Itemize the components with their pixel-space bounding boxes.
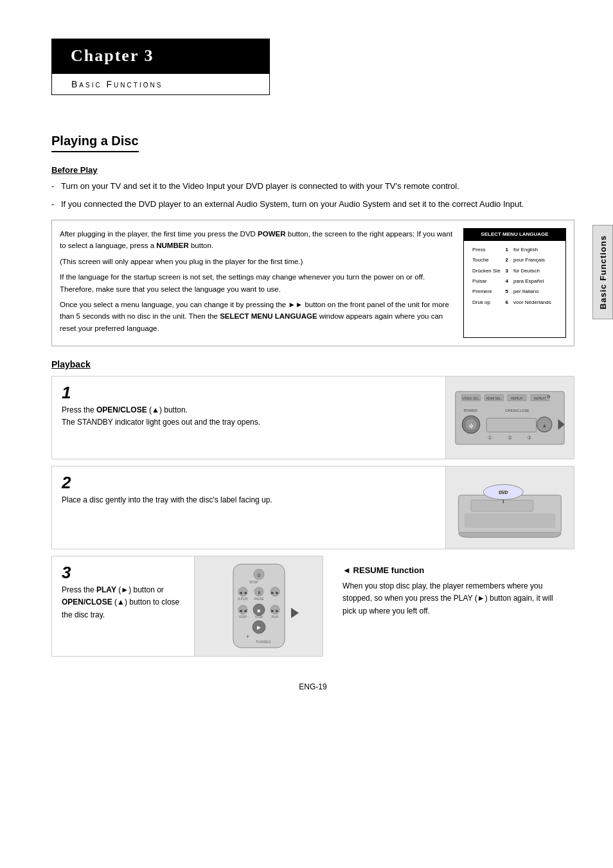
resume-box: ◄ RESUME function When you stop disc pla… xyxy=(336,556,574,663)
lang-row-3: Drücken Sie 3 für Deutsch xyxy=(470,267,553,276)
svg-text:►►: ►► xyxy=(271,608,280,613)
select-menu-body: Press 1 for English Touche 2 pour França… xyxy=(464,241,565,312)
side-tab-text: Basic Functions xyxy=(598,235,608,309)
svg-text:VIDEO SEL.: VIDEO SEL. xyxy=(463,397,480,400)
svg-text:STOP: STOP xyxy=(249,580,258,584)
svg-text:REPEAT: REPEAT xyxy=(511,397,523,400)
before-play-heading: Before Play xyxy=(51,165,574,175)
svg-text:POWER: POWER xyxy=(463,409,477,412)
chapter-title-box: Chapter 3 xyxy=(51,39,270,73)
select-menu-box: SELECT MENU LANGUAGE Press 1 for English… xyxy=(463,228,566,338)
svg-text:TV/VIDEO: TV/VIDEO xyxy=(256,640,271,644)
svg-text:DVD: DVD xyxy=(499,490,508,495)
svg-text:③: ③ xyxy=(527,435,531,441)
resume-title: ◄ RESUME function xyxy=(342,565,568,575)
chapter-header: Chapter 3 Basic Functions xyxy=(51,39,574,95)
before-play-section: Before Play Turn on your TV and set it t… xyxy=(51,165,574,210)
before-play-list: Turn on your TV and set it to the Video … xyxy=(51,180,574,210)
info-p3: If the language for the startup screen i… xyxy=(60,271,454,295)
svg-text:REPEAT: REPEAT xyxy=(534,397,546,400)
step-3-content: 3 Press the PLAY (►) button or OPEN/CLOS… xyxy=(52,556,194,656)
svg-text:PAUSE: PAUSE xyxy=(254,598,263,601)
disc-insert-svg: DVD xyxy=(452,475,567,540)
step-2-box: 2 Place a disc gently into the tray with… xyxy=(51,466,574,549)
svg-text:+: + xyxy=(246,633,249,640)
lang-row-6: Druk op 6 voor Nederlands xyxy=(470,298,553,307)
svg-text:▲: ▲ xyxy=(542,421,547,428)
info-box: After plugging in the player, the first … xyxy=(51,220,574,346)
step-1-content: 1 Press the OPEN/CLOSE (▲) button. The S… xyxy=(52,376,445,459)
chapter-title: Chapter 3 xyxy=(71,46,154,65)
svg-text:OPEN/CLOSE: OPEN/CLOSE xyxy=(505,409,529,412)
svg-rect-26 xyxy=(465,514,555,527)
before-play-item-1: Turn on your TV and set it to the Video … xyxy=(51,180,574,193)
info-p2: (This screen will only appear when you p… xyxy=(60,256,454,267)
step-1-image: VIDEO SEL. HDMI SEL. REPEAT REPEAT ⟳ POW… xyxy=(445,376,574,459)
page-container: Chapter 3 Basic Functions Playing a Disc… xyxy=(0,0,613,868)
before-play-item-2: If you connected the DVD player to an ex… xyxy=(51,198,574,211)
chapter-subtitle-box: Basic Functions xyxy=(51,73,270,95)
section-title: Playing a Disc xyxy=(51,134,139,152)
step-3-box: 3 Press the PLAY (►) button or OPEN/CLOS… xyxy=(51,556,323,657)
svg-rect-15 xyxy=(486,418,536,432)
svg-text:STOP: STOP xyxy=(239,616,247,619)
side-tab: Basic Functions xyxy=(592,225,613,319)
svg-text:②: ② xyxy=(508,435,512,441)
step-2-number: 2 xyxy=(62,474,436,491)
step-2-text: Place a disc gently into the tray with t… xyxy=(62,494,436,506)
lang-row-5: Premere 5 per Italiano xyxy=(470,287,553,296)
svg-rect-22 xyxy=(471,500,533,511)
chapter-subtitle: Basic Functions xyxy=(71,79,163,89)
svg-text:■: ■ xyxy=(257,608,260,614)
lang-row-1: Press 1 for English xyxy=(470,245,553,254)
svg-text:⏸: ⏸ xyxy=(256,590,261,595)
playback-heading: Playback xyxy=(51,359,574,369)
step-2-image: DVD xyxy=(445,466,574,549)
svg-text:0: 0 xyxy=(257,572,260,578)
info-p1: After plugging in the player, the first … xyxy=(60,228,454,252)
step-1-box: 1 Press the OPEN/CLOSE (▲) button. The S… xyxy=(51,376,574,459)
svg-text:①: ① xyxy=(488,435,492,441)
svg-text:◄◄: ◄◄ xyxy=(238,608,247,613)
lang-table: Press 1 for English Touche 2 pour França… xyxy=(469,244,555,308)
step-3-image: 0 STOP ◄◄ ⏸ ►► D.PLAY PAUSE ◄◄ xyxy=(194,556,323,656)
svg-text:PLAY: PLAY xyxy=(271,616,278,619)
step-1-text: Press the OPEN/CLOSE (▲) button. The STA… xyxy=(62,404,436,429)
lang-row-2: Touche 2 pour Français xyxy=(470,256,553,265)
step-1-number: 1 xyxy=(62,384,436,401)
svg-text:⏻: ⏻ xyxy=(469,423,474,427)
svg-text:⟳: ⟳ xyxy=(547,394,551,399)
info-p4: Once you select a menu language, you can… xyxy=(60,299,454,334)
lang-row-4: Pulsar 4 para Español xyxy=(470,277,553,286)
page-number: ENG-19 xyxy=(51,682,574,691)
svg-text:HDMI SEL.: HDMI SEL. xyxy=(486,397,502,400)
step-3-number: 3 xyxy=(62,564,184,581)
step-3-text: Press the PLAY (►) button or OPEN/CLOSE … xyxy=(62,584,184,621)
svg-text:►►: ►► xyxy=(271,590,280,595)
svg-text:D.PLAY: D.PLAY xyxy=(238,598,248,601)
select-menu-header: SELECT MENU LANGUAGE xyxy=(464,229,565,241)
step-2-content: 2 Place a disc gently into the tray with… xyxy=(52,466,445,549)
info-text: After plugging in the player, the first … xyxy=(60,228,454,338)
svg-text:◄◄: ◄◄ xyxy=(238,590,247,595)
svg-text:►: ► xyxy=(256,624,262,631)
svg-text:STOP: STOP xyxy=(255,616,263,619)
bottom-section: 3 Press the PLAY (►) button or OPEN/CLOS… xyxy=(51,556,574,663)
remote-control-svg: 0 STOP ◄◄ ⏸ ►► D.PLAY PAUSE ◄◄ xyxy=(208,563,310,650)
resume-text: When you stop disc play, the player reme… xyxy=(342,580,568,617)
dvd-player-front-svg: VIDEO SEL. HDMI SEL. REPEAT REPEAT ⟳ POW… xyxy=(452,387,567,448)
